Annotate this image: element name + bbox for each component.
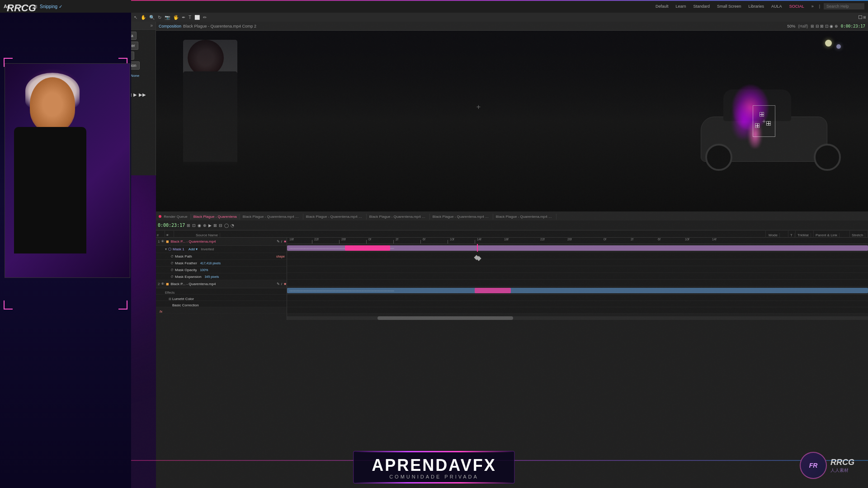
ruler-label-10: 26f [567, 238, 572, 241]
mask-row-right-1 [287, 252, 868, 259]
tab-black-plague-1[interactable]: Black Plague - Quarentena [191, 214, 240, 220]
ruler-tick-6 [475, 240, 475, 244]
timeline-timecode[interactable]: 0:00:23:17 [158, 223, 185, 228]
col-stretch: Stretch [850, 233, 865, 237]
layer-star-2[interactable]: ★ [283, 282, 287, 286]
mask-path-stopwatch[interactable]: ⏱ [170, 255, 174, 258]
layer-plus-1[interactable]: / [281, 239, 282, 244]
composition-panel: Composition Black Plague - Quarentena.mp… [156, 22, 868, 211]
comp-toolbar: Composition Black Plague - Quarentena.mp… [156, 22, 868, 31]
basic-correction-label: Basic Correction [172, 303, 199, 307]
ruler-label-9: 22f [540, 238, 545, 241]
rrcg-text-area: RRCG 人人素材 [830, 458, 854, 474]
analyze-next-one[interactable]: ▶ [133, 92, 137, 97]
workspace-libraries[interactable]: Libraries [747, 4, 766, 9]
rrcg-logo-topleft: RRCG [7, 2, 36, 14]
tl-btn-3[interactable]: ◉ [198, 223, 201, 228]
tl-btn-9[interactable]: ◔ [231, 223, 234, 228]
ruler-label-6: 10f [450, 238, 454, 241]
tab-comp-5[interactable]: Black Plague - Quarentena.mp4 Comp 5 [240, 214, 303, 220]
layer-star-1[interactable]: ★ [283, 239, 287, 244]
workspace-social[interactable]: SOCIAL [788, 4, 806, 9]
tl-btn-5[interactable]: ▶ [208, 223, 212, 228]
mask-feather-row: ⏱ Mask Feather 417,418 pixels [156, 260, 287, 267]
scrollbar-thumb[interactable] [377, 316, 513, 320]
tool-rotate[interactable]: ↻ [157, 14, 162, 20]
render-queue-tab[interactable]: Render Queue [156, 214, 191, 220]
bar-dots-2: ●●●●●●●●●●●●●●●●●●●●●●●●●●●●●●●●●●●●●●●●… [287, 290, 394, 292]
workspace-standard[interactable]: Standard [692, 4, 712, 9]
mask-opacity-stopwatch[interactable]: ⏱ [170, 268, 174, 272]
zoom-level[interactable]: 50% [787, 24, 795, 28]
mask-opacity-value[interactable]: 100% [200, 268, 208, 272]
tool-paint[interactable]: ✏ [202, 14, 208, 20]
mask-icon: ⬡ [168, 247, 171, 251]
tl-btn-8[interactable]: ◯ [224, 223, 229, 228]
tool-text[interactable]: T [188, 14, 192, 20]
tab-comp-4[interactable]: Black Plague - Quarentena.mp4 Comp 4 [303, 214, 367, 220]
layer-num-2: 2 [158, 282, 160, 286]
ruler-label-4: 2f [396, 238, 398, 241]
ruler-label-2: 26f [341, 238, 346, 241]
mask-feather-stopwatch[interactable]: ⏱ [170, 262, 174, 265]
rrcg-main: RRCG [830, 458, 854, 467]
ruler-label-14: 10f [685, 238, 689, 241]
tl-btn-2[interactable]: ⊡ [192, 223, 196, 228]
tool-shape[interactable]: ⬜ [193, 14, 201, 20]
tl-btn-4[interactable]: ⊕ [203, 223, 207, 228]
tool-pen[interactable]: ✒ [181, 14, 186, 20]
layer-edit-2[interactable]: ✎ [277, 282, 280, 286]
col-header-parent: Parent & Link [814, 230, 850, 238]
fx-label: fx [160, 310, 162, 314]
tab-comp-11[interactable]: Black Plague - Quarentena.mp4 Comp 11 [367, 214, 430, 220]
timeline-scrollbar[interactable] [287, 316, 868, 320]
mask-feather-value[interactable]: 417,418 pixels [200, 262, 221, 265]
render-queue-tabs: Render Queue Black Plague - Quarentena B… [156, 211, 868, 221]
tab-comp-2[interactable]: Black Plague - Quarentena.mp4 Comp 2 [493, 214, 557, 220]
snap-check-box [859, 15, 862, 19]
tl-btn-6[interactable]: ⊠ [213, 223, 217, 228]
mask-opacity-label: Mask Opacity [175, 268, 197, 272]
tool-camera[interactable]: 📷 [164, 14, 171, 20]
tl-btn-7[interactable]: ⊟ [219, 223, 222, 228]
layer-vis-1[interactable]: 👁 [161, 239, 165, 244]
snap-checkbox[interactable]: ⊞ [859, 15, 866, 19]
search-input[interactable] [824, 3, 864, 9]
layer-vis-2[interactable]: 👁 [161, 282, 165, 286]
mask-path-val: shape [276, 255, 285, 258]
workspace-aula[interactable]: AULA [769, 4, 784, 9]
workspace-small-screen[interactable]: Small Screen [715, 4, 743, 9]
tl-btn-1[interactable]: ⊞ [187, 223, 190, 228]
comp-timecode: 0:00:23:17 [841, 24, 865, 28]
ruler-tick-5 [448, 240, 448, 244]
composition-viewer[interactable]: + + [156, 31, 868, 211]
analyze-next[interactable]: ▶▶ [139, 92, 146, 97]
comp-tab-label[interactable]: Composition [159, 24, 181, 28]
tab-comp-12[interactable]: Black Plague - Quarentena.mp4 Comp 12 [430, 214, 493, 220]
mask-expansion-stopwatch[interactable]: ⏱ [170, 275, 174, 278]
tool-zoom[interactable]: 🔍 [148, 14, 156, 20]
mask-add[interactable]: Add ▾ [189, 247, 198, 251]
motion-source-value[interactable]: None [131, 74, 139, 78]
layer-bar-pink-1 [345, 245, 390, 251]
tool-pan[interactable]: 🖐 [172, 14, 179, 20]
mask-1-left: ▾ ⬡ Mask 1 Add ▾ Inverted [156, 247, 287, 251]
tool-select[interactable]: ↖ [133, 14, 138, 20]
workspace-overflow[interactable]: » [810, 4, 816, 9]
tracker-arrows[interactable]: » [150, 23, 153, 28]
col-header-num: # [156, 230, 165, 238]
mask-expand[interactable]: ▾ [165, 247, 167, 251]
layer-edit-1[interactable]: ✎ [277, 239, 280, 244]
rq-dot [159, 215, 161, 218]
zoom-quality[interactable]: (Half) [798, 24, 808, 28]
tool-hand[interactable]: ✋ [140, 14, 147, 20]
workspace-default[interactable]: Default [654, 4, 670, 9]
layer-bar-row-2: ●●●●●●●●●●●●●●●●●●●●●●●●●●●●●●●●●●●●●●●●… [287, 286, 868, 295]
col-header-t: T [788, 230, 796, 238]
workspace-learn[interactable]: Learn [674, 4, 688, 9]
ruler-label-15: 14f [712, 238, 717, 241]
layer-icon-2: ◼ [166, 282, 169, 286]
webcam-video [5, 64, 130, 277]
ruler-label-8: 18f [504, 238, 509, 241]
mask-expansion-value[interactable]: 345 pixels [205, 275, 219, 278]
